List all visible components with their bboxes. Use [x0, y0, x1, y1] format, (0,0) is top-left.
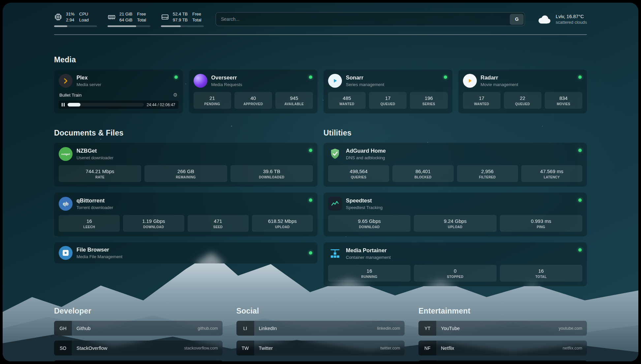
utilities-column: Utilities [323, 129, 587, 286]
stat-label: PING [501, 225, 581, 229]
service-name: Plex [76, 75, 101, 81]
service-card-speedtest[interactable]: Speedtest Speedtest Tracking 9.65 GbpsDO… [323, 193, 587, 236]
service-description: Container management [346, 255, 391, 260]
stat-box: 266 GBREMAINING [144, 165, 227, 182]
search-input[interactable] [217, 16, 510, 22]
service-card-portainer[interactable]: Media Portainer Container management 16R… [323, 242, 587, 286]
stat-value: 9.65 Gbps [329, 218, 409, 224]
stat-label: AVAILABLE [277, 102, 312, 106]
stat-value: 0 [415, 268, 495, 274]
qbittorrent-icon: qb [59, 197, 73, 211]
bookmark-list-social: LILinkedInlinkedin.comTWTwittertwitter.c… [236, 321, 405, 355]
playback-progress-bar[interactable] [68, 103, 144, 106]
stat-label: FILTERED [458, 175, 517, 179]
section-heading-entertainment: Entertainment [418, 307, 587, 316]
stat-label: WANTED [464, 102, 499, 106]
bookmark-abbr-badge: RE [418, 360, 436, 361]
stat-box: 498,564QUERIES [328, 165, 389, 182]
service-name: Overseerr [211, 75, 242, 81]
plex-player-bar[interactable]: 24:44 / 02:06:47 [59, 101, 178, 109]
stat-value: 40 [236, 95, 271, 101]
service-card-qbittorrent[interactable]: qb qBittorrent Torrent downloader 16LEEC… [54, 193, 318, 236]
stat-value: 17 [370, 95, 405, 101]
resource-widgets: 31% 2.94 CPU Load [54, 11, 204, 27]
bookmark-link[interactable]: DTDEVdev.to [54, 360, 223, 361]
section-heading-social: Social [236, 307, 405, 316]
bookmark-link[interactable]: YTYouTubeyoutube.com [418, 321, 587, 336]
service-stats: 17WANTED22QUEUED834MOVIES [463, 92, 583, 109]
stat-value: 485 [329, 95, 364, 101]
service-stats: 21PENDING40APPROVED945AVAILABLE [194, 92, 313, 109]
stat-box: 9.24 GbpsUPLOAD [414, 215, 496, 232]
cpu-sub-value: 2.94 [66, 17, 75, 23]
cpu-label-1: CPU [79, 11, 89, 17]
service-description: Media server [76, 82, 101, 87]
service-card-plex[interactable]: Plex Media server Bullet Train ⚙ 24:44 /… [54, 70, 183, 113]
stat-label: LATENCY [523, 175, 581, 179]
bookmark-link[interactable]: GHGithubgithub.com [54, 321, 223, 336]
bookmark-link[interactable]: SOStackOverflowstackoverflow.com [54, 341, 223, 355]
bookmark-list-entertainment: YTYouTubeyoutube.comNFNetflixnetflix.com… [418, 321, 587, 361]
stat-box: 2,956FILTERED [457, 165, 518, 182]
service-description: Torrent downloader [76, 205, 113, 210]
stat-value: 498,564 [329, 168, 388, 174]
stat-box: 945AVAILABLE [275, 92, 313, 109]
stat-label: QUEUED [370, 102, 405, 106]
cpu-progress-bar [54, 25, 97, 27]
stat-label: WANTED [329, 102, 364, 106]
bookmark-link[interactable]: NFNetflixnetflix.com [418, 341, 587, 355]
stat-value: 1.19 Gbps [124, 218, 183, 224]
stat-label: DOWNLOAD [124, 225, 183, 229]
service-description: Series management [346, 82, 384, 87]
stat-value: 16 [329, 268, 409, 274]
stat-label: MOVIES [546, 102, 581, 106]
stat-value: 16 [60, 218, 118, 224]
bookmark-url: linkedin.com [377, 326, 400, 331]
service-stats: 9.65 GbpsDOWNLOAD9.24 GbpsUPLOAD0.993 ms… [328, 215, 582, 232]
service-card-nzbget[interactable]: nzbget NZBGet Usenet downloader 744.21 M… [54, 143, 318, 187]
service-description: Usenet downloader [76, 155, 113, 160]
service-card-filebrowser[interactable]: File Browser Media File Management [54, 242, 318, 263]
stat-label: UPLOAD [253, 225, 312, 229]
disk-progress-bar [161, 25, 204, 27]
bookmarks-social: Social LILinkedInlinkedin.comTWTwittertw… [236, 307, 405, 361]
stat-label: PENDING [195, 102, 230, 106]
stat-box: 16TOTAL [500, 265, 582, 282]
section-media: Media Plex Media server [54, 55, 587, 113]
stat-label: DOWNLOAD [329, 225, 409, 229]
service-description: Media Requests [211, 82, 242, 87]
stat-label: SEED [189, 225, 247, 229]
memory-label-1: Free [137, 11, 146, 17]
stat-box: 0.993 msPING [500, 215, 582, 232]
bookmark-link[interactable]: RERedditreddit.com [418, 360, 587, 361]
service-card-adguard[interactable]: AdGuard Home DNS and adblocking 498,564Q… [323, 143, 587, 187]
stat-box: 834MOVIES [545, 92, 582, 109]
bookmark-url: twitter.com [381, 346, 400, 350]
search-provider-button[interactable]: G [510, 14, 524, 25]
stat-box: 9.65 GbpsDOWNLOAD [328, 215, 411, 232]
stat-box: 618.52 MbpsUPLOAD [252, 215, 313, 232]
weather-widget: Lviv, 16.87°C scattered clouds [537, 14, 587, 25]
documents-column: Documents & Files nzbget NZBGet Usenet d… [54, 129, 318, 263]
search-bar[interactable]: G [216, 12, 525, 26]
service-description: Speedtest Tracking [346, 205, 382, 210]
screen: 31% 2.94 CPU Load [0, 0, 641, 364]
disk-free-value: 52.4 TB [173, 11, 188, 17]
stat-value: 9.24 Gbps [415, 218, 495, 224]
weather-condition: scattered clouds [556, 20, 587, 25]
bookmark-abbr-badge: GH [54, 321, 72, 336]
service-card-sonarr[interactable]: Sonarr Series management 485WANTED17QUEU… [323, 70, 452, 113]
section-heading-media: Media [54, 55, 587, 64]
disk-total-value: 97.9 TB [173, 17, 188, 23]
service-card-overseerr[interactable]: Overseerr Media Requests 21PENDING40APPR… [189, 70, 318, 113]
gear-icon[interactable]: ⚙ [173, 92, 177, 98]
stat-value: 744.21 Mbps [60, 168, 140, 174]
stat-box: 16LEECH [59, 215, 120, 232]
service-card-radarr[interactable]: Radarr Movie management 17WANTED22QUEUED… [458, 70, 587, 113]
bookmark-link[interactable]: LILinkedInlinkedin.com [236, 321, 405, 336]
stat-label: DOWNLOADED [232, 175, 312, 179]
service-name: Speedtest [346, 197, 382, 204]
pause-icon[interactable] [62, 103, 65, 106]
bookmark-link[interactable]: TWTwittertwitter.com [236, 341, 405, 355]
bookmark-abbr-badge: NF [418, 341, 436, 355]
